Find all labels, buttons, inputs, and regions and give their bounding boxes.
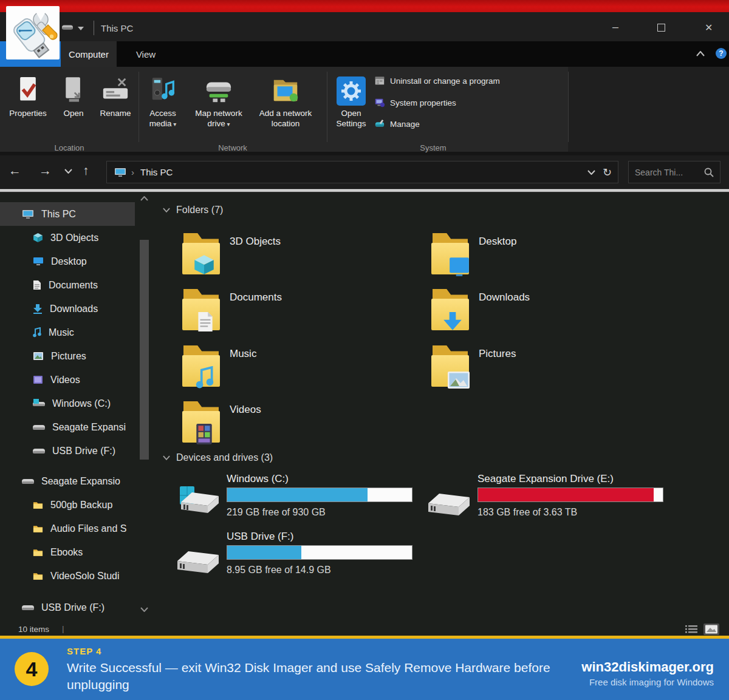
open-settings-button[interactable]: Open Settings: [332, 70, 371, 129]
open-button[interactable]: Open: [52, 70, 95, 118]
drive-item-usb-f[interactable]: USB Drive (F:) 8.95 GB free of 14.9 GB: [176, 531, 419, 579]
content-area: This PC 3D Objects Desktop Documents Dow…: [0, 192, 729, 623]
folder-item-3d-objects[interactable]: 3D Objects: [182, 231, 425, 283]
sidebar-item-this-pc[interactable]: This PC: [0, 202, 135, 226]
details-view-icon[interactable]: [685, 625, 697, 634]
folder-item-pictures[interactable]: Pictures: [431, 343, 674, 395]
uninstall-program-button[interactable]: Uninstall or change a program: [374, 75, 500, 86]
step-text: Write Successful — exit Win32 Disk Image…: [67, 659, 571, 693]
maximize-button[interactable]: [657, 24, 665, 32]
folder-item-desktop[interactable]: Desktop: [431, 231, 674, 283]
folder-item-music[interactable]: Music: [182, 343, 425, 395]
address-bar[interactable]: › This PC ↻: [106, 161, 618, 183]
ribbon-tab-strip: Computer View ?: [0, 41, 729, 67]
sidebar-item-downloads[interactable]: Downloads: [0, 297, 152, 321]
sidebar-item-3d-objects[interactable]: 3D Objects: [0, 226, 152, 250]
folder-icon: [182, 399, 220, 443]
system-properties-button[interactable]: System properties: [374, 97, 456, 108]
folder-icon: [33, 525, 43, 533]
sidebar-item-seagate-expansion-root[interactable]: Seagate Expansio: [0, 469, 152, 493]
drive-item-seagate[interactable]: Seagate Expansion Drive (E:) 183 GB free…: [427, 473, 670, 522]
sidebar-item-documents[interactable]: Documents: [0, 273, 152, 297]
drive-item-windows-c[interactable]: Windows (C:) 219 GB free of 930 GB: [176, 473, 419, 522]
collapse-ribbon-icon[interactable]: [696, 51, 705, 56]
site-tagline: Free disk imaging for Windows: [581, 677, 714, 687]
folder-icon: [182, 231, 220, 274]
thumbnail-view-icon[interactable]: [703, 624, 719, 635]
folder-item-videos[interactable]: Videos: [182, 399, 425, 451]
scrollbar-thumb[interactable]: [140, 240, 149, 460]
devices-section-header[interactable]: Devices and drives (3): [163, 452, 273, 463]
this-pc-icon: [22, 209, 34, 219]
music-icon: [33, 327, 41, 338]
tab-view[interactable]: View: [117, 41, 175, 67]
folder-icon: [33, 572, 43, 580]
step-banner: 4 STEP 4 Write Successful — exit Win32 D…: [0, 639, 729, 700]
titlebar[interactable]: This PC – ✕: [0, 12, 729, 41]
properties-button[interactable]: Properties: [5, 70, 51, 118]
access-media-button[interactable]: Access media: [141, 70, 185, 129]
capacity-bar: [227, 488, 412, 502]
map-network-drive-button[interactable]: Map network drive: [190, 70, 248, 129]
scroll-up-icon[interactable]: [140, 196, 148, 201]
folder-item-downloads[interactable]: Downloads: [431, 287, 674, 339]
sidebar-scrollbar[interactable]: [139, 192, 149, 623]
sidebar-item-desktop[interactable]: Desktop: [0, 250, 152, 273]
folder-item-documents[interactable]: Documents: [182, 287, 425, 339]
back-icon[interactable]: ←: [9, 163, 21, 178]
address-dropdown-icon[interactable]: [587, 170, 595, 175]
add-network-location-button[interactable]: Add a network location: [252, 70, 320, 129]
forward-icon[interactable]: →: [39, 163, 52, 178]
windows-drive-icon: [176, 481, 220, 519]
sidebar-item-usb-drive[interactable]: USB Drive (F:): [0, 439, 152, 463]
music-icon: [196, 366, 214, 389]
sidebar-item-windows-c[interactable]: Windows (C:): [0, 392, 152, 415]
manage-button[interactable]: Manage: [374, 118, 420, 129]
group-label-system: System: [327, 143, 539, 152]
breadcrumb[interactable]: This PC: [140, 167, 173, 177]
minimize-button[interactable]: –: [612, 21, 618, 33]
search-icon: [704, 168, 714, 177]
help-icon[interactable]: ?: [716, 48, 727, 59]
open-icon: [52, 70, 95, 106]
add-network-location-icon: [252, 70, 320, 106]
items-count: 10 items: [18, 625, 49, 634]
sidebar-item-500gb-backup[interactable]: 500gb Backup: [0, 493, 152, 517]
ribbon: Properties Open Rename Location Access m…: [0, 67, 729, 155]
rename-button[interactable]: Rename: [92, 70, 139, 118]
downloads-icon: [442, 311, 463, 333]
downloads-icon: [33, 304, 43, 314]
search-box[interactable]: Search Thi...: [628, 161, 720, 183]
rename-icon: [92, 70, 139, 106]
3d-objects-icon: [193, 254, 215, 276]
properties-icon: [5, 70, 51, 106]
close-button[interactable]: ✕: [705, 22, 713, 33]
sidebar-item-videosolo-studio[interactable]: VideoSolo Studi: [0, 564, 152, 588]
refresh-icon[interactable]: ↻: [603, 166, 612, 179]
sidebar-item-audio-files[interactable]: Audio Files and S: [0, 517, 152, 540]
desktop-icon: [33, 257, 44, 266]
this-pc-icon: [114, 168, 126, 177]
folder-icon: [431, 287, 469, 330]
sidebar-item-seagate-expansion[interactable]: Seagate Expansi: [0, 415, 152, 439]
sidebar-item-videos[interactable]: Videos: [0, 368, 152, 392]
drive-icon: [33, 424, 45, 431]
sidebar-item-ebooks[interactable]: Ebooks: [0, 540, 152, 564]
quick-access-caret-icon[interactable]: [78, 27, 84, 30]
3d-objects-icon: [33, 233, 43, 243]
folders-section-header[interactable]: Folders (7): [163, 205, 223, 216]
drive-icon: [22, 478, 34, 485]
sidebar-item-music[interactable]: Music: [0, 321, 152, 344]
scroll-down-icon[interactable]: [140, 607, 148, 612]
window-title: This PC: [101, 23, 133, 33]
capacity-bar: [477, 488, 663, 502]
up-icon[interactable]: ↑: [83, 163, 89, 178]
collapse-section-icon: [163, 455, 170, 460]
search-placeholder: Search Thi...: [635, 168, 683, 177]
tab-computer[interactable]: Computer: [61, 41, 117, 67]
drive-icon: [176, 550, 220, 578]
sidebar-item-usb-drive-root[interactable]: USB Drive (F:): [0, 596, 152, 619]
sidebar-item-pictures[interactable]: Pictures: [0, 344, 152, 368]
recent-locations-icon[interactable]: [64, 169, 72, 174]
step-number-badge: 4: [15, 652, 49, 686]
